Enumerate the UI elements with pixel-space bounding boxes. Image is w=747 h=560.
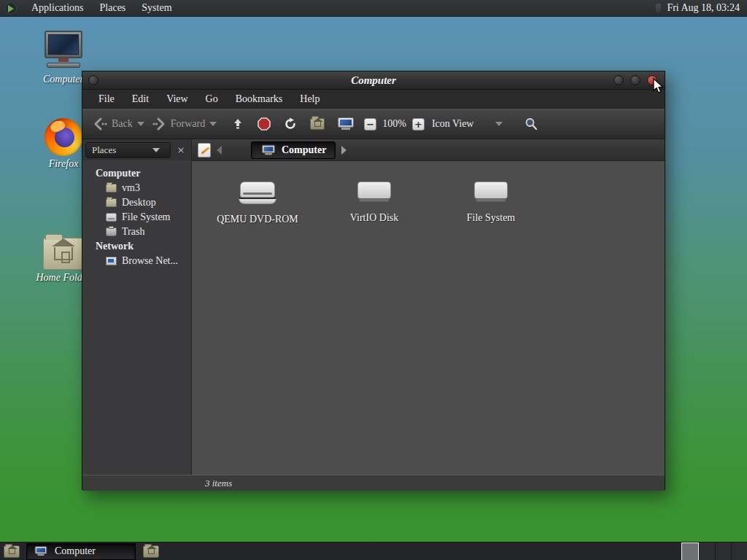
- computer-icon: [338, 117, 354, 131]
- menu-help[interactable]: Help: [291, 91, 328, 107]
- statusbar: 3 items: [82, 475, 665, 491]
- workspace-1[interactable]: [681, 542, 699, 560]
- sidebar-item-label: File System: [122, 211, 171, 223]
- sidebar-item-file-system[interactable]: File System: [82, 210, 191, 225]
- trash-icon: [106, 228, 117, 236]
- home-folder-icon: [106, 184, 117, 192]
- sidebar-close-button[interactable]: ×: [174, 143, 188, 158]
- sidebar-item-label: Browse Net...: [122, 255, 178, 267]
- file-manager-window: Computer File Edit View Go Bookmarks Hel…: [82, 71, 665, 490]
- path-button-computer[interactable]: Computer: [251, 141, 336, 159]
- minimize-button[interactable]: [614, 75, 624, 85]
- menu-applications[interactable]: Applications: [23, 1, 92, 15]
- menu-go[interactable]: Go: [197, 91, 227, 107]
- network-icon: [106, 257, 117, 265]
- status-item-count: 3 items: [205, 478, 232, 489]
- search-button[interactable]: [522, 114, 541, 133]
- path-button-label: Computer: [282, 144, 326, 156]
- home-folder-icon: [43, 238, 84, 270]
- tray-icon[interactable]: [656, 4, 661, 12]
- refresh-button[interactable]: [281, 114, 300, 133]
- file-item-qemu-dvd-rom[interactable]: QEMU DVD-ROM: [199, 182, 316, 225]
- menubar: File Edit View Go Bookmarks Help: [82, 90, 665, 109]
- window-title: Computer: [82, 74, 665, 87]
- menu-edit[interactable]: Edit: [123, 91, 158, 107]
- view-mode-label: Icon View: [432, 118, 474, 130]
- file-label: VirtIO Disk: [350, 212, 398, 224]
- menu-places[interactable]: Places: [92, 1, 134, 15]
- zoom-in-button[interactable]: +: [412, 118, 425, 131]
- back-arrow-icon: [93, 117, 107, 131]
- file-item-file-system[interactable]: File System: [433, 182, 549, 224]
- home-icon: [310, 118, 325, 130]
- forward-label: Forward: [171, 118, 205, 130]
- show-desktop-icon[interactable]: [4, 545, 20, 558]
- view-mode-dropdown-icon[interactable]: [495, 122, 503, 126]
- home-launcher-icon[interactable]: [143, 545, 159, 558]
- stop-icon: [258, 117, 271, 131]
- places-tree: Computer vm3 Desktop File System: [82, 160, 191, 268]
- workspace-2[interactable]: [699, 542, 715, 560]
- folder-icon: [106, 198, 117, 207]
- sidebar: Places × Computer vm3 Desktop: [82, 139, 192, 475]
- forward-button[interactable]: Forward: [149, 114, 208, 134]
- back-button[interactable]: Back: [90, 114, 136, 134]
- titlebar[interactable]: Computer: [82, 71, 665, 90]
- sidebar-item-trash[interactable]: Trash: [82, 225, 191, 239]
- main-pane: Computer QEMU DVD-ROM: [192, 139, 665, 475]
- workspace-4[interactable]: [731, 542, 747, 560]
- taskbar-window-button[interactable]: Computer: [26, 543, 136, 560]
- file-label: QEMU DVD-ROM: [217, 214, 298, 225]
- back-label: Back: [112, 118, 133, 130]
- taskbar-window-label: Computer: [55, 545, 96, 557]
- clock[interactable]: Fri Aug 18, 03:24: [667, 2, 740, 14]
- path-scroll-left-icon[interactable]: [217, 146, 222, 155]
- sidebar-item-label: vm3: [122, 182, 140, 194]
- window-menu-button[interactable]: [88, 75, 98, 85]
- mouse-cursor: [653, 78, 665, 94]
- computer-icon: [262, 144, 275, 155]
- hard-disk-icon: [356, 182, 392, 205]
- taskbar: Computer: [0, 542, 747, 560]
- sidebar-item-desktop[interactable]: Desktop: [82, 195, 191, 210]
- sidebar-item-vm3[interactable]: vm3: [82, 181, 191, 195]
- edit-location-icon[interactable]: [198, 143, 211, 158]
- back-dropdown-icon[interactable]: [137, 122, 144, 126]
- menu-file[interactable]: File: [90, 91, 123, 107]
- maximize-button[interactable]: [630, 75, 640, 85]
- path-scroll-right-icon[interactable]: [341, 146, 347, 155]
- toolbar: Back Forward: [82, 109, 665, 139]
- hard-disk-icon: [473, 182, 509, 205]
- up-button[interactable]: [228, 114, 247, 133]
- sidebar-item-label: Trash: [122, 226, 144, 238]
- drive-icon: [106, 213, 117, 222]
- sidebar-panel-label: Places: [92, 144, 116, 156]
- chevron-down-icon: [152, 148, 160, 152]
- workspace-switcher: [681, 542, 747, 560]
- up-arrow-icon: [231, 117, 244, 131]
- desktop: Applications Places System Fri Aug 18, 0…: [0, 0, 747, 560]
- file-item-virtio-disk[interactable]: VirtIO Disk: [316, 182, 433, 224]
- computer-location-button[interactable]: [335, 114, 357, 133]
- top-panel: Applications Places System Fri Aug 18, 0…: [0, 0, 747, 17]
- forward-arrow-icon: [152, 117, 166, 131]
- zoom-out-button[interactable]: −: [364, 118, 376, 131]
- sidebar-item-label: Desktop: [122, 197, 156, 209]
- sidebar-panel-selector[interactable]: Places: [85, 142, 171, 158]
- menu-bookmarks[interactable]: Bookmarks: [227, 91, 292, 107]
- forward-dropdown-icon[interactable]: [209, 122, 217, 126]
- home-button[interactable]: [307, 115, 328, 133]
- menu-system[interactable]: System: [133, 1, 179, 15]
- computer-icon: [42, 31, 85, 71]
- menu-view[interactable]: View: [158, 91, 196, 107]
- tree-header-network[interactable]: Network: [82, 239, 191, 254]
- sidebar-item-browse-network[interactable]: Browse Net...: [82, 254, 191, 268]
- workspace-3[interactable]: [715, 542, 731, 560]
- distro-logo-icon[interactable]: [4, 2, 17, 15]
- tree-header-computer[interactable]: Computer: [82, 166, 191, 181]
- file-icon-view[interactable]: QEMU DVD-ROM VirtIO Disk File System: [192, 161, 665, 475]
- stop-button[interactable]: [255, 114, 274, 133]
- optical-drive-icon: [237, 182, 278, 206]
- firefox-icon: [44, 118, 82, 156]
- computer-icon: [35, 546, 47, 556]
